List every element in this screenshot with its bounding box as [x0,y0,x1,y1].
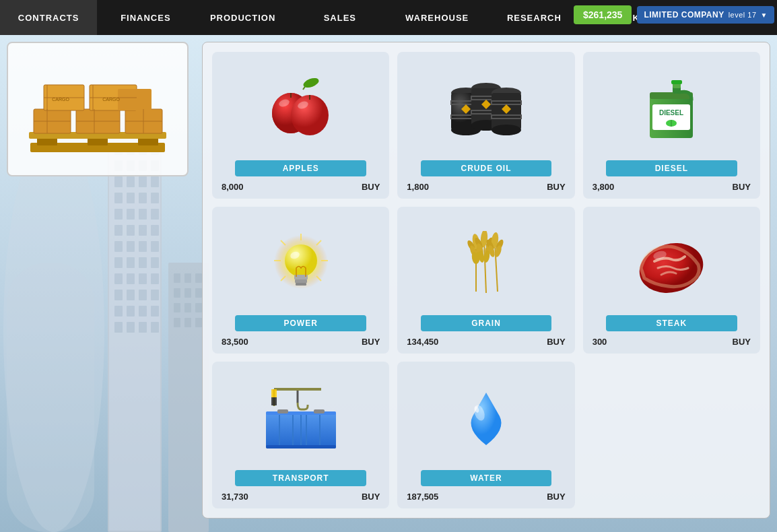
water-label: WATER [421,470,552,486]
power-label: POWER [235,315,366,331]
diesel-buy-btn[interactable]: BUY [733,182,751,192]
svg-rect-68 [7,263,94,532]
svg-rect-52 [139,322,147,333]
diesel-image: DIESEL [590,59,753,160]
svg-rect-182 [277,409,288,413]
svg-rect-41 [151,273,159,284]
svg-rect-17 [151,176,159,187]
svg-rect-38 [114,273,123,284]
svg-rect-42 [114,290,123,300]
crude-oil-buy-btn[interactable]: BUY [547,182,565,192]
svg-rect-46 [114,306,123,317]
svg-rect-30 [114,241,123,252]
product-grid: APPLES 8,000 BUY [202,42,770,519]
crude-oil-quantity: 1,800 [407,182,429,192]
product-card-grain[interactable]: GRAIN 134,450 BUY [397,207,574,354]
power-quantity: 83,500 [222,337,248,347]
nav-contracts[interactable]: CONTRACTS [0,0,97,35]
crude-oil-image [404,59,568,160]
company-badge[interactable]: LIMITED COMPANY level 17 ▼ [637,6,774,24]
nav-bar: CONTRACTS FINANCES PRODUCTION SALES WARE… [0,0,777,35]
svg-rect-33 [151,241,159,252]
nav-finances[interactable]: FINANCES [97,0,194,35]
svg-rect-47 [127,306,135,317]
power-image [219,213,382,315]
svg-rect-25 [151,209,159,220]
svg-rect-35 [127,257,135,268]
balance-badge: $261,235 [574,5,632,24]
steak-label: STEAK [606,315,737,331]
diesel-footer: 3,800 BUY [590,180,753,192]
power-footer: 83,500 BUY [219,335,382,347]
svg-rect-19 [127,193,135,203]
svg-point-100 [291,95,329,135]
svg-rect-50 [114,322,123,333]
svg-rect-143 [296,283,306,286]
svg-rect-53 [151,322,159,333]
svg-rect-49 [151,306,159,317]
diesel-label: DIESEL [606,160,737,176]
svg-rect-142 [295,279,307,283]
svg-rect-179 [266,411,336,415]
product-card-steak[interactable]: STEAK 300 BUY [583,207,760,354]
grain-footer: 134,450 BUY [404,335,568,347]
nav-warehouse[interactable]: WAREHOUSE [388,0,485,35]
svg-rect-183 [314,409,325,413]
svg-rect-61 [174,303,180,312]
svg-rect-34 [114,257,123,268]
pallet-icon: CARGO CARGO [24,55,172,163]
svg-rect-48 [139,306,147,317]
svg-rect-45 [151,290,159,300]
product-card-power[interactable]: POWER 83,500 BUY [212,207,389,354]
svg-rect-16 [139,176,147,187]
svg-rect-66 [195,318,202,327]
svg-rect-127 [671,80,682,84]
svg-rect-64 [174,318,180,327]
apples-buy-btn[interactable]: BUY [362,182,380,192]
svg-rect-36 [139,257,147,268]
top-right-area: $261,235 LIMITED COMPANY level 17 ▼ [574,5,777,24]
water-buy-btn[interactable]: BUY [547,492,565,502]
svg-rect-43 [127,290,135,300]
svg-rect-14 [114,176,123,187]
company-level: level 17 [729,11,757,19]
product-card-water[interactable]: WATER 187,505 BUY [397,362,574,508]
svg-rect-26 [114,225,123,236]
transport-footer: 31,730 BUY [219,490,382,502]
grain-quantity: 134,450 [407,337,438,347]
water-footer: 187,505 BUY [404,490,568,502]
svg-rect-18 [114,193,123,203]
apples-image [219,59,382,160]
steak-image [590,213,753,315]
product-card-diesel[interactable]: DIESEL DIESEL 3,800 BUY [583,52,760,199]
nav-sales[interactable]: SALES [292,0,388,35]
grain-buy-btn[interactable]: BUY [547,337,565,347]
svg-text:CARGO: CARGO [52,97,69,102]
product-card-crude-oil[interactable]: CRUDE OIL 1,800 BUY [397,52,574,199]
svg-rect-65 [184,318,191,327]
nav-production[interactable]: PRODUCTION [195,0,292,35]
svg-rect-37 [151,257,159,268]
svg-rect-21 [151,193,159,203]
steak-footer: 300 BUY [590,335,753,347]
transport-label: TRANSPORT [235,470,366,486]
transport-quantity: 31,730 [222,492,248,502]
svg-rect-28 [139,225,147,236]
apples-footer: 8,000 BUY [219,180,382,192]
steak-buy-btn[interactable]: BUY [733,337,751,347]
svg-rect-40 [139,273,147,284]
product-card-apples[interactable]: APPLES 8,000 BUY [212,52,389,199]
nav-research[interactable]: RESEARCH [485,0,582,35]
grain-image [404,213,568,315]
svg-rect-180 [266,445,336,448]
transport-buy-btn[interactable]: BUY [362,492,380,502]
grain-label: GRAIN [421,315,552,331]
power-buy-btn[interactable]: BUY [362,337,380,347]
svg-rect-44 [139,290,147,300]
svg-rect-51 [127,322,135,333]
diesel-quantity: 3,800 [593,182,615,192]
product-card-transport[interactable]: TRANSPORT 31,730 BUY [212,362,389,508]
svg-rect-173 [271,397,277,405]
transport-image [219,368,382,470]
svg-point-119 [492,125,521,135]
